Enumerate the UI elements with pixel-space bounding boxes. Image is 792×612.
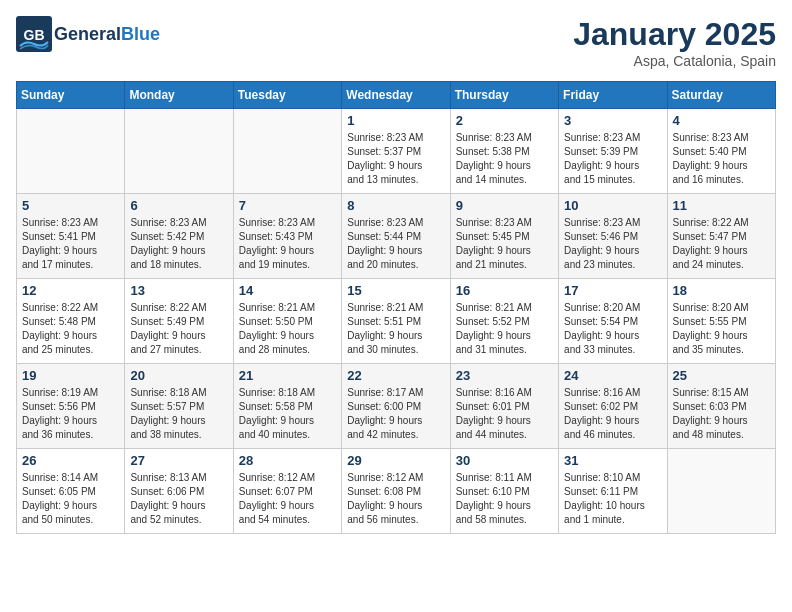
calendar-cell: 31Sunrise: 8:10 AMSunset: 6:11 PMDayligh… xyxy=(559,449,667,534)
title-block: January 2025 Aspa, Catalonia, Spain xyxy=(573,16,776,69)
calendar-cell: 22Sunrise: 8:17 AMSunset: 6:00 PMDayligh… xyxy=(342,364,450,449)
header-cell-wednesday: Wednesday xyxy=(342,82,450,109)
header-cell-friday: Friday xyxy=(559,82,667,109)
calendar-table: SundayMondayTuesdayWednesdayThursdayFrid… xyxy=(16,81,776,534)
day-info: Sunrise: 8:16 AMSunset: 6:02 PMDaylight:… xyxy=(564,386,661,442)
day-info: Sunrise: 8:21 AMSunset: 5:50 PMDaylight:… xyxy=(239,301,336,357)
calendar-cell: 6Sunrise: 8:23 AMSunset: 5:42 PMDaylight… xyxy=(125,194,233,279)
day-number: 18 xyxy=(673,283,770,298)
day-info: Sunrise: 8:23 AMSunset: 5:39 PMDaylight:… xyxy=(564,131,661,187)
day-number: 16 xyxy=(456,283,553,298)
month-title: January 2025 xyxy=(573,16,776,53)
day-info: Sunrise: 8:20 AMSunset: 5:54 PMDaylight:… xyxy=(564,301,661,357)
logo-general: General xyxy=(54,24,121,44)
day-number: 23 xyxy=(456,368,553,383)
calendar-cell: 7Sunrise: 8:23 AMSunset: 5:43 PMDaylight… xyxy=(233,194,341,279)
day-info: Sunrise: 8:12 AMSunset: 6:07 PMDaylight:… xyxy=(239,471,336,527)
calendar-cell: 2Sunrise: 8:23 AMSunset: 5:38 PMDaylight… xyxy=(450,109,558,194)
day-info: Sunrise: 8:22 AMSunset: 5:49 PMDaylight:… xyxy=(130,301,227,357)
day-number: 7 xyxy=(239,198,336,213)
page-header: GB GeneralBlue January 2025 Aspa, Catalo… xyxy=(16,16,776,69)
calendar-cell: 28Sunrise: 8:12 AMSunset: 6:07 PMDayligh… xyxy=(233,449,341,534)
header-cell-monday: Monday xyxy=(125,82,233,109)
day-number: 30 xyxy=(456,453,553,468)
calendar-cell xyxy=(125,109,233,194)
day-number: 28 xyxy=(239,453,336,468)
location: Aspa, Catalonia, Spain xyxy=(573,53,776,69)
calendar-cell: 15Sunrise: 8:21 AMSunset: 5:51 PMDayligh… xyxy=(342,279,450,364)
day-info: Sunrise: 8:23 AMSunset: 5:37 PMDaylight:… xyxy=(347,131,444,187)
day-number: 31 xyxy=(564,453,661,468)
day-number: 3 xyxy=(564,113,661,128)
day-number: 6 xyxy=(130,198,227,213)
day-info: Sunrise: 8:22 AMSunset: 5:47 PMDaylight:… xyxy=(673,216,770,272)
calendar-body: 1Sunrise: 8:23 AMSunset: 5:37 PMDaylight… xyxy=(17,109,776,534)
logo-blue: Blue xyxy=(121,24,160,44)
day-number: 20 xyxy=(130,368,227,383)
calendar-cell xyxy=(667,449,775,534)
day-info: Sunrise: 8:19 AMSunset: 5:56 PMDaylight:… xyxy=(22,386,119,442)
day-number: 1 xyxy=(347,113,444,128)
calendar-cell: 24Sunrise: 8:16 AMSunset: 6:02 PMDayligh… xyxy=(559,364,667,449)
day-number: 21 xyxy=(239,368,336,383)
calendar-cell: 10Sunrise: 8:23 AMSunset: 5:46 PMDayligh… xyxy=(559,194,667,279)
calendar-cell: 17Sunrise: 8:20 AMSunset: 5:54 PMDayligh… xyxy=(559,279,667,364)
calendar-cell: 19Sunrise: 8:19 AMSunset: 5:56 PMDayligh… xyxy=(17,364,125,449)
day-info: Sunrise: 8:15 AMSunset: 6:03 PMDaylight:… xyxy=(673,386,770,442)
calendar-cell: 26Sunrise: 8:14 AMSunset: 6:05 PMDayligh… xyxy=(17,449,125,534)
header-cell-thursday: Thursday xyxy=(450,82,558,109)
calendar-header: SundayMondayTuesdayWednesdayThursdayFrid… xyxy=(17,82,776,109)
day-number: 12 xyxy=(22,283,119,298)
day-info: Sunrise: 8:23 AMSunset: 5:40 PMDaylight:… xyxy=(673,131,770,187)
calendar-cell: 16Sunrise: 8:21 AMSunset: 5:52 PMDayligh… xyxy=(450,279,558,364)
week-row-1: 1Sunrise: 8:23 AMSunset: 5:37 PMDaylight… xyxy=(17,109,776,194)
calendar-cell: 13Sunrise: 8:22 AMSunset: 5:49 PMDayligh… xyxy=(125,279,233,364)
calendar-cell: 14Sunrise: 8:21 AMSunset: 5:50 PMDayligh… xyxy=(233,279,341,364)
calendar-cell: 1Sunrise: 8:23 AMSunset: 5:37 PMDaylight… xyxy=(342,109,450,194)
day-number: 10 xyxy=(564,198,661,213)
day-info: Sunrise: 8:21 AMSunset: 5:51 PMDaylight:… xyxy=(347,301,444,357)
calendar-cell: 23Sunrise: 8:16 AMSunset: 6:01 PMDayligh… xyxy=(450,364,558,449)
day-number: 25 xyxy=(673,368,770,383)
calendar-cell: 20Sunrise: 8:18 AMSunset: 5:57 PMDayligh… xyxy=(125,364,233,449)
week-row-2: 5Sunrise: 8:23 AMSunset: 5:41 PMDaylight… xyxy=(17,194,776,279)
calendar-cell: 3Sunrise: 8:23 AMSunset: 5:39 PMDaylight… xyxy=(559,109,667,194)
day-number: 2 xyxy=(456,113,553,128)
day-info: Sunrise: 8:23 AMSunset: 5:46 PMDaylight:… xyxy=(564,216,661,272)
day-number: 15 xyxy=(347,283,444,298)
calendar-cell: 8Sunrise: 8:23 AMSunset: 5:44 PMDaylight… xyxy=(342,194,450,279)
header-cell-saturday: Saturday xyxy=(667,82,775,109)
day-info: Sunrise: 8:18 AMSunset: 5:57 PMDaylight:… xyxy=(130,386,227,442)
calendar-cell: 29Sunrise: 8:12 AMSunset: 6:08 PMDayligh… xyxy=(342,449,450,534)
day-number: 11 xyxy=(673,198,770,213)
header-cell-sunday: Sunday xyxy=(17,82,125,109)
day-info: Sunrise: 8:16 AMSunset: 6:01 PMDaylight:… xyxy=(456,386,553,442)
day-info: Sunrise: 8:23 AMSunset: 5:42 PMDaylight:… xyxy=(130,216,227,272)
day-info: Sunrise: 8:22 AMSunset: 5:48 PMDaylight:… xyxy=(22,301,119,357)
calendar-cell: 5Sunrise: 8:23 AMSunset: 5:41 PMDaylight… xyxy=(17,194,125,279)
day-info: Sunrise: 8:12 AMSunset: 6:08 PMDaylight:… xyxy=(347,471,444,527)
calendar-cell: 21Sunrise: 8:18 AMSunset: 5:58 PMDayligh… xyxy=(233,364,341,449)
day-info: Sunrise: 8:17 AMSunset: 6:00 PMDaylight:… xyxy=(347,386,444,442)
day-info: Sunrise: 8:14 AMSunset: 6:05 PMDaylight:… xyxy=(22,471,119,527)
day-number: 17 xyxy=(564,283,661,298)
calendar-cell: 4Sunrise: 8:23 AMSunset: 5:40 PMDaylight… xyxy=(667,109,775,194)
header-row: SundayMondayTuesdayWednesdayThursdayFrid… xyxy=(17,82,776,109)
calendar-cell xyxy=(233,109,341,194)
day-number: 29 xyxy=(347,453,444,468)
calendar-cell: 25Sunrise: 8:15 AMSunset: 6:03 PMDayligh… xyxy=(667,364,775,449)
header-cell-tuesday: Tuesday xyxy=(233,82,341,109)
svg-text:GB: GB xyxy=(24,27,45,43)
day-number: 26 xyxy=(22,453,119,468)
day-number: 8 xyxy=(347,198,444,213)
day-number: 4 xyxy=(673,113,770,128)
week-row-3: 12Sunrise: 8:22 AMSunset: 5:48 PMDayligh… xyxy=(17,279,776,364)
day-number: 22 xyxy=(347,368,444,383)
day-info: Sunrise: 8:10 AMSunset: 6:11 PMDaylight:… xyxy=(564,471,661,527)
week-row-4: 19Sunrise: 8:19 AMSunset: 5:56 PMDayligh… xyxy=(17,364,776,449)
calendar-cell: 12Sunrise: 8:22 AMSunset: 5:48 PMDayligh… xyxy=(17,279,125,364)
day-number: 13 xyxy=(130,283,227,298)
logo: GB GeneralBlue xyxy=(16,16,160,52)
day-number: 27 xyxy=(130,453,227,468)
calendar-cell: 30Sunrise: 8:11 AMSunset: 6:10 PMDayligh… xyxy=(450,449,558,534)
